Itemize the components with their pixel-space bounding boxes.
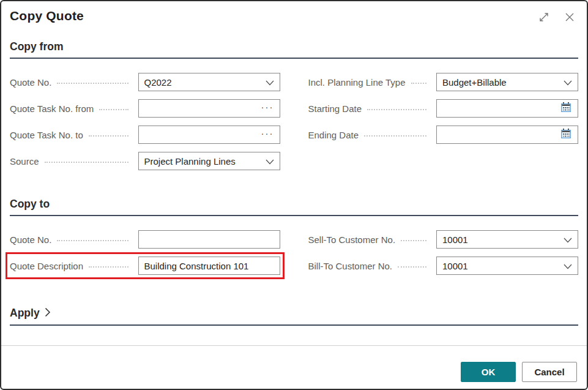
ending-date-label: Ending Date bbox=[308, 130, 359, 140]
section-rule-copy-to bbox=[10, 215, 578, 216]
dotted-leader bbox=[57, 240, 128, 241]
incl-planning-line-type-label: Incl. Planning Line Type bbox=[308, 77, 406, 88]
copy-from-fields: Quote No. Q2022 Quote Task No. from bbox=[1, 73, 587, 178]
ellipsis-icon[interactable]: ··· bbox=[261, 129, 274, 141]
calendar-icon[interactable] bbox=[560, 128, 572, 142]
quote-no-from-combobox[interactable]: Q2022 bbox=[138, 73, 280, 91]
quote-no-from-label: Quote No. bbox=[10, 77, 51, 88]
calendar-icon[interactable] bbox=[560, 102, 572, 116]
quote-task-from-input[interactable]: ··· bbox=[138, 99, 280, 118]
field-quote-no-to: Quote No. bbox=[10, 230, 280, 249]
field-source: Source Project Planning Lines bbox=[10, 152, 280, 170]
copy-quote-dialog: Copy Quote Copy from bbox=[0, 0, 588, 390]
dialog-header: Copy Quote bbox=[1, 1, 587, 25]
ok-button[interactable]: OK bbox=[461, 362, 516, 382]
field-ending-date: Ending Date bbox=[308, 126, 579, 144]
field-incl-planning-line-type: Incl. Planning Line Type Budget+Billable bbox=[308, 73, 579, 91]
close-icon bbox=[564, 11, 576, 25]
expand-button[interactable] bbox=[537, 10, 551, 25]
source-label: Source bbox=[10, 156, 39, 167]
ellipsis-icon[interactable]: ··· bbox=[261, 102, 274, 115]
dotted-leader bbox=[45, 162, 128, 163]
quote-task-from-label: Quote Task No. from bbox=[10, 103, 94, 114]
dotted-leader bbox=[367, 109, 426, 110]
dotted-leader bbox=[89, 266, 128, 268]
section-header-copy-from: Copy from bbox=[1, 40, 587, 53]
copy-to-left-column: Quote No. Quote Description Building Con… bbox=[10, 230, 280, 283]
section-header-apply[interactable]: Apply bbox=[1, 306, 587, 320]
chevron-right-icon bbox=[45, 307, 51, 320]
quote-task-to-label: Quote Task No. to bbox=[10, 130, 83, 140]
dialog-header-icons bbox=[537, 10, 577, 25]
dotted-leader bbox=[99, 109, 128, 110]
apply-title: Apply bbox=[10, 307, 40, 320]
source-combobox[interactable]: Project Planning Lines bbox=[138, 152, 280, 170]
section-rule-copy-from bbox=[10, 58, 578, 59]
copy-to-title: Copy to bbox=[10, 198, 50, 211]
field-sell-to-customer-no: Sell-To Customer No. 10001 bbox=[308, 230, 579, 249]
close-button[interactable] bbox=[562, 10, 577, 25]
copy-from-title: Copy from bbox=[10, 40, 64, 53]
expand-icon bbox=[538, 11, 550, 25]
dialog-footer: OK Cancel bbox=[1, 346, 587, 382]
sell-to-customer-no-combobox[interactable]: 10001 bbox=[436, 230, 578, 249]
field-quote-task-from: Quote Task No. from ··· bbox=[10, 99, 280, 118]
quote-description-label: Quote Description bbox=[10, 261, 83, 271]
quote-no-to-label: Quote No. bbox=[10, 234, 51, 245]
dotted-leader bbox=[398, 266, 426, 268]
chevron-down-icon[interactable] bbox=[564, 77, 572, 88]
quote-task-to-input[interactable]: ··· bbox=[138, 126, 280, 144]
field-starting-date: Starting Date bbox=[308, 99, 579, 118]
page-title: Copy Quote bbox=[10, 9, 84, 23]
copy-from-left-column: Quote No. Q2022 Quote Task No. from bbox=[10, 73, 280, 178]
chevron-down-icon[interactable] bbox=[266, 77, 274, 88]
field-bill-to-customer-no: Bill-To Customer No. 10001 bbox=[308, 257, 579, 275]
dotted-leader bbox=[57, 83, 128, 84]
copy-to-right-column: Sell-To Customer No. 10001 Bill-To Custo… bbox=[308, 230, 579, 283]
copy-from-right-column: Incl. Planning Line Type Budget+Billable… bbox=[308, 73, 579, 178]
starting-date-input[interactable] bbox=[436, 99, 578, 118]
quote-no-to-input[interactable] bbox=[138, 230, 280, 249]
dotted-leader bbox=[364, 135, 426, 137]
bill-to-customer-no-label: Bill-To Customer No. bbox=[308, 261, 393, 271]
copy-to-fields: Quote No. Quote Description Building Con… bbox=[1, 230, 587, 283]
field-quote-task-to: Quote Task No. to ··· bbox=[10, 126, 280, 144]
dotted-leader bbox=[401, 240, 426, 241]
bill-to-customer-no-combobox[interactable]: 10001 bbox=[436, 257, 578, 275]
section-header-copy-to: Copy to bbox=[1, 198, 587, 211]
chevron-down-icon[interactable] bbox=[564, 234, 572, 245]
field-quote-no-from: Quote No. Q2022 bbox=[10, 73, 280, 91]
dotted-leader bbox=[411, 83, 426, 84]
incl-planning-line-type-combobox[interactable]: Budget+Billable bbox=[436, 73, 578, 91]
field-quote-description: Quote Description Building Construction … bbox=[10, 257, 280, 275]
dotted-leader bbox=[89, 135, 128, 137]
quote-description-input[interactable]: Building Construction 101 bbox=[138, 257, 280, 275]
ending-date-input[interactable] bbox=[436, 126, 578, 144]
chevron-down-icon[interactable] bbox=[564, 261, 572, 271]
cancel-button[interactable]: Cancel bbox=[522, 362, 577, 382]
starting-date-label: Starting Date bbox=[308, 103, 362, 114]
section-rule-apply bbox=[10, 324, 578, 326]
chevron-down-icon[interactable] bbox=[266, 156, 274, 167]
sell-to-customer-no-label: Sell-To Customer No. bbox=[308, 234, 396, 245]
